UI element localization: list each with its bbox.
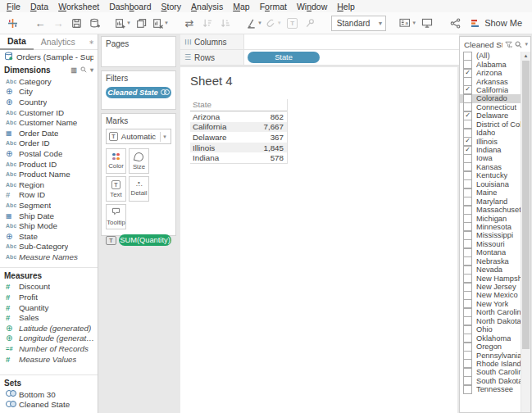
filter-item-mississippi[interactable]: Mississippi: [460, 231, 521, 239]
group-members-icon[interactable]: ▼: [266, 15, 282, 31]
checkbox-unchecked[interactable]: [463, 197, 472, 206]
mark-type-dropdown[interactable]: T Automatic ▼: [106, 129, 171, 144]
scrollbar[interactable]: ▲: [521, 52, 530, 412]
field-number-of-records[interactable]: =#Number of Records: [0, 343, 98, 354]
size-button[interactable]: Size: [129, 148, 149, 174]
checkbox-unchecked[interactable]: [463, 283, 472, 292]
filter-pill-cleaned-state[interactable]: Cleaned State: [106, 87, 171, 98]
field-discount[interactable]: #Discount: [0, 282, 98, 293]
table-row[interactable]: Illinois1,845: [190, 143, 287, 153]
checkbox-unchecked[interactable]: [463, 179, 472, 188]
checkbox-unchecked[interactable]: [463, 248, 472, 257]
add-datasource-icon[interactable]: [87, 15, 102, 31]
row-header[interactable]: Illinois: [190, 143, 251, 152]
field-row-id[interactable]: #Row ID: [0, 190, 98, 201]
menu-worksheet[interactable]: Worksheet: [53, 2, 104, 11]
row-header[interactable]: California: [190, 122, 251, 131]
checkbox-unchecked[interactable]: [463, 171, 472, 180]
datasource-item[interactable]: Orders (Sample - Supers...: [0, 50, 98, 64]
checkbox-checked[interactable]: ✓: [463, 69, 472, 78]
rows-shelf[interactable]: ☰ Rows State: [180, 50, 459, 66]
view-as-icon[interactable]: ▥: [70, 66, 77, 74]
field-order-id[interactable]: AbcOrder ID: [0, 138, 98, 149]
filter-item-new-york[interactable]: New York: [460, 300, 521, 308]
field-ship-mode[interactable]: AbcShip Mode: [0, 220, 98, 231]
filter-item-rhode-island[interactable]: Rhode Island: [460, 360, 521, 368]
checkbox-unchecked[interactable]: [463, 214, 472, 223]
checkbox-checked[interactable]: ✓: [463, 85, 472, 94]
fix-axes-icon[interactable]: [303, 15, 318, 31]
fit-selector[interactable]: Standard ▼: [331, 16, 387, 31]
checkbox-unchecked[interactable]: [463, 351, 472, 360]
checkbox-unchecked[interactable]: [463, 334, 472, 343]
checkbox-unchecked[interactable]: [463, 94, 472, 103]
pane-options-icon[interactable]: ∗: [89, 39, 94, 46]
filter-item-new-mexico[interactable]: New Mexico: [460, 291, 521, 299]
filter-item-illinois[interactable]: ✓Illinois: [460, 137, 521, 145]
filter-item-missouri[interactable]: Missouri: [460, 240, 521, 248]
field-category[interactable]: AbcCategory: [0, 76, 98, 87]
menu-format[interactable]: Format: [255, 2, 292, 11]
field-profit[interactable]: #Profit: [0, 292, 98, 302]
menu-data[interactable]: Data: [25, 2, 53, 11]
field-longitude-generated-[interactable]: ⊕Longitude (generated): [0, 334, 98, 344]
color-button[interactable]: Color: [106, 148, 126, 174]
menu-help[interactable]: Help: [332, 2, 360, 11]
cell-value[interactable]: 7,667: [251, 122, 287, 131]
table-row[interactable]: Arizona862: [190, 111, 287, 122]
filter-item-south-dakota[interactable]: South Dakota: [460, 377, 521, 385]
filter-item-indiana[interactable]: ✓Indiana: [460, 146, 521, 154]
filter-item-oregon[interactable]: Oregon: [460, 343, 521, 351]
field-quantity[interactable]: #Quantity: [0, 302, 98, 313]
filter-item-kentucky[interactable]: Kentucky: [460, 171, 521, 179]
checkbox-unchecked[interactable]: [463, 385, 472, 394]
checkbox-unchecked[interactable]: [463, 376, 472, 385]
new-worksheet-icon[interactable]: ▼: [115, 15, 131, 31]
presentation-mode-icon[interactable]: [420, 15, 434, 31]
field-sub-category[interactable]: AbcSub-Category: [0, 242, 98, 252]
marks-pill-sum-quantity[interactable]: SUM(Quantity): [119, 234, 171, 246]
find-field-icon[interactable]: [80, 66, 87, 75]
checkbox-unchecked[interactable]: [463, 316, 472, 325]
chevron-down-icon[interactable]: ▾: [90, 66, 93, 74]
show-hide-cards-icon[interactable]: a ▼: [399, 15, 416, 31]
field-region[interactable]: AbcRegion: [0, 179, 98, 190]
checkbox-unchecked[interactable]: [463, 325, 472, 334]
field-postal-code[interactable]: ⊕Postal Code: [0, 148, 98, 159]
filter-item-colorado[interactable]: Colorado: [460, 94, 521, 102]
filter-item-south-carolina[interactable]: South Carolina: [460, 368, 521, 376]
show-me-button[interactable]: Show Me: [471, 18, 527, 28]
menu-file[interactable]: File: [2, 2, 25, 11]
filter-funnel-icon[interactable]: [505, 41, 512, 48]
checkbox-unchecked[interactable]: [463, 77, 472, 86]
filter-item-tennessee[interactable]: Tennessee: [460, 385, 521, 393]
menu-analysis[interactable]: Analysis: [186, 2, 228, 11]
checkbox-unchecked[interactable]: [463, 266, 472, 275]
scrollbar-thumb[interactable]: [522, 61, 530, 349]
field-state[interactable]: ⊕State: [0, 231, 98, 242]
checkbox-checked[interactable]: ✓: [463, 137, 472, 146]
menu-map[interactable]: Map: [228, 2, 254, 11]
filter-item-ohio[interactable]: Ohio: [460, 325, 521, 334]
filter-item-louisiana[interactable]: Louisiana: [460, 180, 521, 188]
checkbox-unchecked[interactable]: [463, 359, 472, 368]
filter-item-maryland[interactable]: Maryland: [460, 197, 521, 205]
sort-ascending-icon[interactable]: [200, 15, 215, 31]
text-button[interactable]: T Text: [106, 176, 126, 202]
menu-dashboard[interactable]: Dashboard: [104, 2, 156, 11]
row-header[interactable]: Delaware: [190, 133, 251, 142]
checkbox-unchecked[interactable]: [463, 60, 472, 69]
filter-item-kansas[interactable]: Kansas: [460, 163, 521, 171]
field-city[interactable]: ⊕City: [0, 87, 98, 98]
detail-button[interactable]: •⋯ Detail: [129, 176, 149, 202]
row-header[interactable]: Indiana: [190, 153, 251, 162]
filter-item-oklahoma[interactable]: Oklahoma: [460, 334, 521, 342]
filter-item-new-jersey[interactable]: New Jersey: [460, 283, 521, 291]
checkbox-unchecked[interactable]: [463, 102, 472, 111]
clear-sheet-icon[interactable]: ▼: [152, 15, 169, 31]
filter-item-pennsylvania[interactable]: Pennsylvania: [460, 351, 521, 359]
checkbox-unchecked[interactable]: [463, 162, 472, 171]
filter-item-idaho[interactable]: Idaho: [460, 129, 521, 137]
cell-value[interactable]: 578: [251, 153, 287, 162]
menu-window[interactable]: Window: [292, 2, 332, 11]
